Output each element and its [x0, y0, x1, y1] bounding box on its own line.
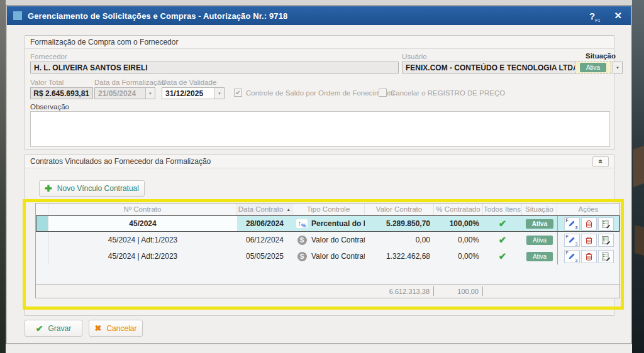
table-header-row: Nº Contrato Data Contrato ▲ Tipo Control…: [36, 204, 619, 215]
delete-contract-button[interactable]: [581, 217, 597, 231]
collapse-chevron-icon: «: [597, 160, 604, 164]
cell-data[interactable]: 06/12/2024: [237, 232, 292, 248]
data-formalizacao-field: 21/05/2024 ▼: [94, 87, 155, 99]
desktop-edge-top: [6, 0, 632, 5]
valor-total-label: Valor Total: [30, 79, 64, 86]
cancelar-button-label: Cancelar: [106, 324, 136, 333]
edit-contract-button[interactable]: F 3: [564, 234, 580, 247]
cell-tipo[interactable]: Valor do Contrato: [292, 248, 365, 264]
desktop-edge-right: [632, 0, 644, 353]
situacao-badge: Ativa: [526, 236, 553, 245]
observacao-textarea[interactable]: [30, 111, 610, 147]
fornecedor-field[interactable]: H. L. OLIVEIRA SANTOS EIRELI: [30, 62, 399, 73]
gravar-button[interactable]: ✔ Gravar: [25, 320, 82, 337]
delete-contract-button[interactable]: [581, 250, 597, 263]
edit-contract-button[interactable]: F 3: [564, 217, 580, 231]
data-validade-field[interactable]: 31/12/2025 ▼: [162, 87, 225, 99]
delete-contract-button[interactable]: [581, 234, 597, 247]
cell-pct[interactable]: 100,00%: [434, 215, 483, 232]
col-todos-header[interactable]: Todos Itens: [483, 204, 522, 215]
cancelar-button[interactable]: ✖ Cancelar: [89, 320, 143, 337]
desktop-edge-left: [0, 0, 6, 353]
col-situacao-header[interactable]: Situação: [522, 204, 557, 215]
cell-data[interactable]: 28/06/2024: [237, 215, 292, 232]
valor-total-field: R$ 2.645.693,81: [30, 87, 93, 99]
fornecedor-label: Fornecedor: [30, 53, 67, 60]
col-pct-header[interactable]: % Contratado: [434, 204, 483, 215]
cell-situacao: Ativa: [522, 248, 557, 264]
cell-numero[interactable]: 45/2024: [48, 215, 237, 232]
situacao-select[interactable]: Ativa ▼: [575, 62, 623, 73]
collapse-section-button[interactable]: «: [592, 156, 609, 167]
cell-valor[interactable]: 1.322.462,68: [365, 248, 434, 264]
title-bar: Gerenciamento de Solicitações e Compras …: [7, 6, 631, 25]
cancelar-registro-checkbox-box[interactable]: [379, 89, 387, 97]
situacao-dropdown-arrow-icon[interactable]: ▼: [613, 62, 623, 73]
cell-pct[interactable]: 0,00%: [434, 248, 483, 264]
valor-contrato-icon: [296, 236, 308, 245]
cell-tipo[interactable]: Valor do Contrato: [292, 232, 365, 248]
cell-valor[interactable]: 0,00: [365, 232, 434, 248]
help-f1-icon[interactable]: ?F1: [589, 11, 600, 21]
edit-contract-button[interactable]: F 3: [564, 250, 580, 263]
data-validade-label: Data de Validade: [162, 79, 216, 86]
situacao-label: Situação: [586, 52, 616, 60]
footer-button-bar: ✔ Gravar ✖ Cancelar: [25, 320, 143, 337]
total-pct: 100,00: [434, 286, 483, 296]
col-tipo-header[interactable]: Tipo Controle: [292, 204, 365, 215]
pencil-icon: [568, 236, 575, 244]
percentual-item-icon: [296, 219, 308, 228]
situacao-badge: Ativa: [580, 63, 606, 72]
controle-saldo-checkbox-label: Controle de Saldo por Ordem de Fonecimen…: [246, 89, 394, 97]
col-data-header[interactable]: Data Contrato ▲: [237, 204, 292, 215]
table-totals-row: 6.612.313,38 100,00: [36, 284, 619, 298]
row-indicator: [36, 215, 48, 232]
situacao-value-box: Ativa: [575, 62, 611, 73]
close-icon[interactable]: ✕: [614, 10, 622, 21]
spreadsheet-edit-icon: [601, 219, 611, 229]
col-valor-header[interactable]: Valor Contrato: [365, 204, 434, 215]
check-icon: ✔: [36, 323, 43, 334]
contract-items-button[interactable]: [598, 217, 614, 231]
cell-tipo[interactable]: Percentual do Item: [292, 215, 365, 232]
cell-acoes: F 3: [557, 215, 619, 232]
cell-valor[interactable]: 5.289.850,70: [365, 215, 434, 232]
desktop-wallpaper-shape: [635, 225, 644, 256]
usuario-field[interactable]: FENIX.COM - CONTEÚDO E TECNOLOGIA LTDA: [402, 62, 581, 73]
cancelar-registro-checkbox[interactable]: Cancelar o REGISTRO DE PREÇO: [379, 89, 505, 97]
usuario-label: Usuário: [402, 53, 427, 60]
contract-items-button[interactable]: [598, 234, 614, 247]
novo-vinculo-button[interactable]: ✚ Novo Vínculo Contratual: [39, 180, 145, 197]
observacao-label: Observação: [30, 103, 69, 111]
formalizacao-group: Formalização de Compra com o Fornecedor …: [25, 35, 614, 150]
contratos-table: Nº Contrato Data Contrato ▲ Tipo Control…: [35, 203, 620, 298]
data-formalizacao-dropdown-icon: ▼: [145, 88, 155, 99]
table-row[interactable]: 45/2024 28/06/2024 Percentual do Item 5.…: [36, 215, 619, 232]
formalizacao-group-title: Formalização de Compra com o Fornecedor: [25, 36, 614, 49]
contract-items-button[interactable]: [598, 250, 614, 263]
row-indicator: [36, 248, 48, 264]
data-validade-dropdown-icon[interactable]: ▼: [214, 88, 224, 99]
desktop-edge-bottom: [6, 344, 632, 353]
cell-numero[interactable]: 45/2024 | Adt:1/2023: [48, 232, 237, 248]
col-numero-header[interactable]: Nº Contrato: [48, 204, 237, 215]
table-row[interactable]: 45/2024 | Adt:1/2023 06/12/2024 Valor do…: [36, 232, 619, 248]
table-row[interactable]: 45/2024 | Adt:2/2023 05/05/2025 Valor do…: [36, 248, 619, 264]
row-indicator-header: [36, 204, 48, 215]
cell-situacao: Ativa: [522, 232, 557, 248]
valor-contrato-icon: [296, 252, 308, 261]
pencil-icon: [568, 220, 575, 227]
gravar-button-label: Gravar: [48, 324, 72, 333]
cell-acoes: F 3: [557, 232, 619, 248]
spreadsheet-edit-icon: [601, 236, 611, 245]
situacao-badge: Ativa: [526, 219, 553, 229]
window-title: Gerenciamento de Solicitações e Compras …: [28, 11, 287, 21]
trash-icon: [586, 220, 592, 228]
cell-pct[interactable]: 0,00%: [434, 232, 483, 248]
cancelar-registro-checkbox-label: Cancelar o REGISTRO DE PREÇO: [391, 89, 505, 97]
cell-data[interactable]: 05/05/2025: [237, 248, 292, 264]
cell-numero[interactable]: 45/2024 | Adt:2/2023: [48, 248, 237, 264]
controle-saldo-checkbox-box: [234, 89, 242, 97]
sort-asc-icon: ▲: [286, 207, 291, 212]
cell-acoes: F 3: [557, 248, 619, 264]
